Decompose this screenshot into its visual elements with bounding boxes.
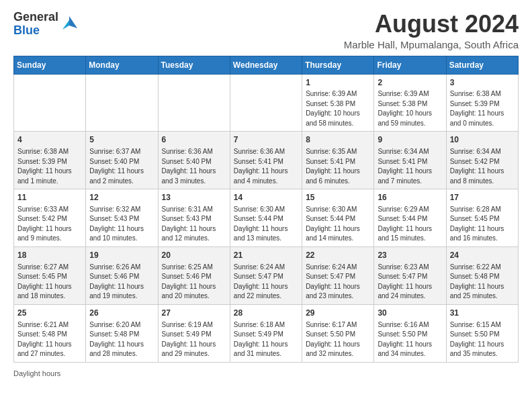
week-row-1: 1Sunrise: 6:39 AM Sunset: 5:38 PM Daylig… bbox=[14, 74, 519, 132]
cell-info: Sunrise: 6:38 AM Sunset: 5:39 PM Dayligh… bbox=[450, 89, 515, 128]
cell-info: Sunrise: 6:26 AM Sunset: 5:46 PM Dayligh… bbox=[89, 263, 154, 302]
svg-marker-1 bbox=[62, 20, 69, 30]
week-row-5: 25Sunrise: 6:21 AM Sunset: 5:48 PM Dayli… bbox=[14, 304, 519, 362]
cell-info: Sunrise: 6:38 AM Sunset: 5:39 PM Dayligh… bbox=[17, 147, 82, 186]
cell-1-7: 3Sunrise: 6:38 AM Sunset: 5:39 PM Daylig… bbox=[446, 74, 518, 132]
cell-info: Sunrise: 6:19 AM Sunset: 5:49 PM Dayligh… bbox=[162, 320, 226, 359]
header-row: SundayMondayTuesdayWednesdayThursdayFrid… bbox=[14, 56, 519, 74]
col-header-thursday: Thursday bbox=[302, 56, 374, 74]
cell-info: Sunrise: 6:29 AM Sunset: 5:44 PM Dayligh… bbox=[378, 205, 442, 244]
col-header-tuesday: Tuesday bbox=[158, 56, 230, 74]
cell-1-3 bbox=[158, 74, 230, 132]
cell-info: Sunrise: 6:23 AM Sunset: 5:47 PM Dayligh… bbox=[378, 263, 442, 302]
cell-2-4: 7Sunrise: 6:36 AM Sunset: 5:41 PM Daylig… bbox=[230, 132, 302, 189]
cell-info: Sunrise: 6:18 AM Sunset: 5:49 PM Dayligh… bbox=[234, 320, 298, 359]
cell-day-number: 23 bbox=[378, 250, 442, 261]
cell-4-6: 23Sunrise: 6:23 AM Sunset: 5:47 PM Dayli… bbox=[374, 246, 446, 304]
cell-4-7: 24Sunrise: 6:22 AM Sunset: 5:48 PM Dayli… bbox=[446, 246, 518, 304]
cell-5-1: 25Sunrise: 6:21 AM Sunset: 5:48 PM Dayli… bbox=[14, 304, 86, 362]
cell-1-1 bbox=[14, 74, 86, 132]
main-title: August 2024 bbox=[344, 11, 519, 38]
cell-day-number: 7 bbox=[234, 134, 298, 146]
calendar-table: SundayMondayTuesdayWednesdayThursdayFrid… bbox=[13, 56, 519, 363]
cell-info: Sunrise: 6:30 AM Sunset: 5:44 PM Dayligh… bbox=[234, 205, 298, 244]
cell-4-4: 21Sunrise: 6:24 AM Sunset: 5:47 PM Dayli… bbox=[230, 246, 302, 304]
cell-2-1: 4Sunrise: 6:38 AM Sunset: 5:39 PM Daylig… bbox=[14, 132, 86, 189]
cell-2-3: 6Sunrise: 6:36 AM Sunset: 5:40 PM Daylig… bbox=[158, 132, 230, 189]
cell-info: Sunrise: 6:31 AM Sunset: 5:43 PM Dayligh… bbox=[162, 205, 226, 244]
cell-3-1: 11Sunrise: 6:33 AM Sunset: 5:42 PM Dayli… bbox=[14, 189, 86, 247]
cell-day-number: 3 bbox=[450, 77, 515, 89]
cell-3-6: 16Sunrise: 6:29 AM Sunset: 5:44 PM Dayli… bbox=[374, 189, 446, 247]
title-area: August 2024 Marble Hall, Mpumalanga, Sou… bbox=[344, 11, 519, 50]
cell-info: Sunrise: 6:15 AM Sunset: 5:50 PM Dayligh… bbox=[450, 320, 515, 359]
calendar-body: 1Sunrise: 6:39 AM Sunset: 5:38 PM Daylig… bbox=[14, 74, 519, 362]
cell-4-2: 19Sunrise: 6:26 AM Sunset: 5:46 PM Dayli… bbox=[86, 246, 158, 304]
cell-day-number: 9 bbox=[378, 134, 442, 146]
subtitle: Marble Hall, Mpumalanga, South Africa bbox=[344, 39, 519, 50]
logo-blue: Blue bbox=[13, 24, 40, 37]
cell-day-number: 5 bbox=[89, 134, 154, 146]
cell-day-number: 13 bbox=[162, 192, 226, 203]
logo-icon bbox=[60, 15, 79, 34]
cell-info: Sunrise: 6:34 AM Sunset: 5:41 PM Dayligh… bbox=[378, 147, 442, 186]
cell-day-number: 20 bbox=[162, 250, 226, 261]
cell-info: Sunrise: 6:35 AM Sunset: 5:41 PM Dayligh… bbox=[306, 147, 370, 186]
cell-info: Sunrise: 6:24 AM Sunset: 5:47 PM Dayligh… bbox=[234, 263, 298, 302]
cell-day-number: 22 bbox=[306, 250, 370, 261]
cell-day-number: 11 bbox=[17, 192, 82, 203]
cell-day-number: 1 bbox=[306, 77, 370, 89]
cell-info: Sunrise: 6:20 AM Sunset: 5:48 PM Dayligh… bbox=[89, 320, 154, 359]
cell-2-5: 8Sunrise: 6:35 AM Sunset: 5:41 PM Daylig… bbox=[302, 132, 374, 189]
cell-day-number: 16 bbox=[378, 192, 442, 203]
cell-day-number: 26 bbox=[89, 308, 154, 319]
cell-info: Sunrise: 6:39 AM Sunset: 5:38 PM Dayligh… bbox=[306, 89, 370, 128]
cell-day-number: 29 bbox=[306, 308, 370, 319]
cell-1-2 bbox=[86, 74, 158, 132]
cell-info: Sunrise: 6:21 AM Sunset: 5:48 PM Dayligh… bbox=[17, 320, 82, 359]
cell-4-1: 18Sunrise: 6:27 AM Sunset: 5:45 PM Dayli… bbox=[14, 246, 86, 304]
cell-5-7: 31Sunrise: 6:15 AM Sunset: 5:50 PM Dayli… bbox=[446, 304, 518, 362]
cell-info: Sunrise: 6:28 AM Sunset: 5:45 PM Dayligh… bbox=[450, 205, 515, 244]
cell-day-number: 8 bbox=[306, 134, 370, 146]
cell-day-number: 31 bbox=[450, 308, 515, 319]
cell-day-number: 14 bbox=[234, 192, 298, 203]
week-row-2: 4Sunrise: 6:38 AM Sunset: 5:39 PM Daylig… bbox=[14, 132, 519, 189]
cell-info: Sunrise: 6:39 AM Sunset: 5:38 PM Dayligh… bbox=[378, 89, 442, 128]
cell-2-2: 5Sunrise: 6:37 AM Sunset: 5:40 PM Daylig… bbox=[86, 132, 158, 189]
cell-day-number: 27 bbox=[162, 308, 226, 319]
cell-day-number: 2 bbox=[378, 77, 442, 89]
cell-day-number: 4 bbox=[17, 134, 82, 146]
logo: General Blue bbox=[13, 11, 79, 38]
cell-day-number: 10 bbox=[450, 134, 515, 146]
cell-5-4: 28Sunrise: 6:18 AM Sunset: 5:49 PM Dayli… bbox=[230, 304, 302, 362]
cell-info: Sunrise: 6:36 AM Sunset: 5:41 PM Dayligh… bbox=[234, 147, 298, 186]
cell-3-4: 14Sunrise: 6:30 AM Sunset: 5:44 PM Dayli… bbox=[230, 189, 302, 247]
cell-4-3: 20Sunrise: 6:25 AM Sunset: 5:46 PM Dayli… bbox=[158, 246, 230, 304]
col-header-saturday: Saturday bbox=[446, 56, 518, 74]
col-header-friday: Friday bbox=[374, 56, 446, 74]
cell-5-6: 30Sunrise: 6:16 AM Sunset: 5:50 PM Dayli… bbox=[374, 304, 446, 362]
cell-day-number: 28 bbox=[234, 308, 298, 319]
cell-info: Sunrise: 6:25 AM Sunset: 5:46 PM Dayligh… bbox=[162, 263, 226, 302]
cell-day-number: 21 bbox=[234, 250, 298, 261]
cell-2-7: 10Sunrise: 6:34 AM Sunset: 5:42 PM Dayli… bbox=[446, 132, 518, 189]
calendar-header: SundayMondayTuesdayWednesdayThursdayFrid… bbox=[14, 56, 519, 74]
week-row-3: 11Sunrise: 6:33 AM Sunset: 5:42 PM Dayli… bbox=[14, 189, 519, 247]
cell-day-number: 12 bbox=[89, 192, 154, 203]
cell-info: Sunrise: 6:36 AM Sunset: 5:40 PM Dayligh… bbox=[162, 147, 226, 186]
cell-info: Sunrise: 6:33 AM Sunset: 5:42 PM Dayligh… bbox=[17, 205, 82, 244]
daylight-label: Daylight hours bbox=[13, 369, 60, 377]
cell-info: Sunrise: 6:30 AM Sunset: 5:44 PM Dayligh… bbox=[306, 205, 370, 244]
cell-3-5: 15Sunrise: 6:30 AM Sunset: 5:44 PM Dayli… bbox=[302, 189, 374, 247]
cell-day-number: 15 bbox=[306, 192, 370, 203]
cell-info: Sunrise: 6:34 AM Sunset: 5:42 PM Dayligh… bbox=[450, 147, 515, 186]
cell-day-number: 18 bbox=[17, 250, 82, 261]
cell-info: Sunrise: 6:22 AM Sunset: 5:48 PM Dayligh… bbox=[450, 263, 515, 302]
col-header-monday: Monday bbox=[86, 56, 158, 74]
cell-3-2: 12Sunrise: 6:32 AM Sunset: 5:43 PM Dayli… bbox=[86, 189, 158, 247]
week-row-4: 18Sunrise: 6:27 AM Sunset: 5:45 PM Dayli… bbox=[14, 246, 519, 304]
cell-day-number: 24 bbox=[450, 250, 515, 261]
cell-info: Sunrise: 6:16 AM Sunset: 5:50 PM Dayligh… bbox=[378, 320, 442, 359]
cell-4-5: 22Sunrise: 6:24 AM Sunset: 5:47 PM Dayli… bbox=[302, 246, 374, 304]
